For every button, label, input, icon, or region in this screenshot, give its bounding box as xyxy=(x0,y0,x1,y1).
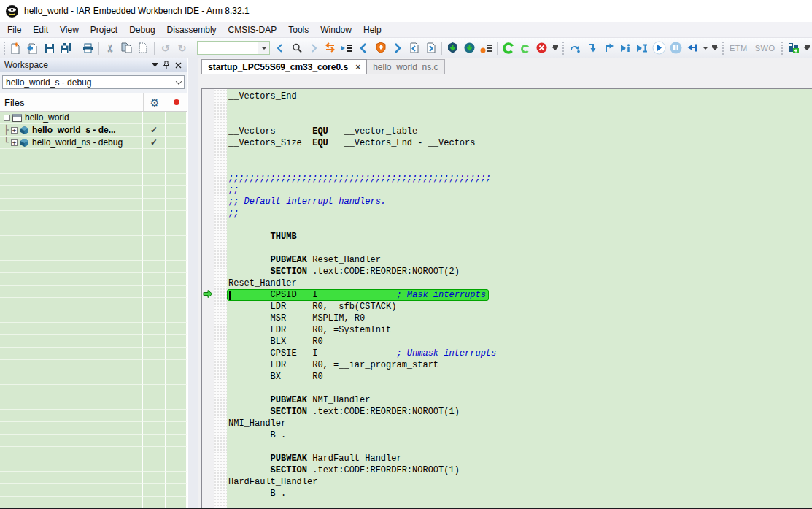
run-to-cursor-button[interactable] xyxy=(634,40,651,56)
step-out-button[interactable] xyxy=(600,40,617,56)
code-editor[interactable]: __Vectors_End__Vectors EQU __vector_tabl… xyxy=(227,89,812,509)
configuration-selector[interactable]: hello_world_s - debug xyxy=(2,75,185,89)
cut-icon: ✂ xyxy=(104,44,116,53)
paste-button[interactable] xyxy=(135,40,152,56)
redo-button[interactable]: ↻ xyxy=(174,40,190,56)
toolbar-grip[interactable] xyxy=(781,42,784,55)
step-over-button[interactable] xyxy=(567,40,584,56)
step-into-button[interactable] xyxy=(584,40,600,56)
toolbar-overflow-button[interactable] xyxy=(550,40,560,56)
panel-splitter[interactable] xyxy=(188,58,198,509)
profiler-button[interactable] xyxy=(785,40,802,56)
menu-bar: FileEditViewProjectDebugDisassemblyCMSIS… xyxy=(0,22,812,38)
previous-document-button[interactable] xyxy=(406,40,422,56)
close-panel-button[interactable] xyxy=(172,60,184,70)
workspace-header[interactable]: Workspace xyxy=(0,58,187,72)
navigate-forward-button[interactable] xyxy=(389,40,406,56)
toolbar-grip[interactable] xyxy=(562,42,565,55)
save-all-icon xyxy=(60,42,72,54)
debug-margin[interactable] xyxy=(202,89,214,509)
find-dropdown-button[interactable] xyxy=(258,42,269,54)
toolbar-overflow-button[interactable] xyxy=(802,40,812,56)
tab-startup-lpc55s69-cm33-core0-s[interactable]: startup_LPC55S69_cm33_core0.s× xyxy=(201,59,367,74)
print-button[interactable] xyxy=(80,40,96,56)
menu-item-edit[interactable]: Edit xyxy=(27,23,54,37)
tree-row-hello-world-ns-debug[interactable]: └+hello_world_ns - debug✓ xyxy=(0,137,187,149)
code-text: NMI_Handler xyxy=(228,418,286,429)
next-document-button[interactable] xyxy=(422,40,439,56)
menu-item-file[interactable]: File xyxy=(1,23,27,37)
menu-item-window[interactable]: Window xyxy=(314,23,357,37)
reset-button[interactable] xyxy=(684,40,701,56)
new-document-button[interactable] xyxy=(7,40,24,56)
collapse-icon[interactable]: − xyxy=(4,115,10,121)
menu-item-view[interactable]: View xyxy=(54,23,85,37)
code-line: LDR R0, =__iar_program_start xyxy=(228,359,812,371)
files-header-row: Files ⚙ xyxy=(0,93,187,112)
empty-grid-row xyxy=(0,310,187,323)
editor-gutter[interactable] xyxy=(214,89,227,509)
toolbar-grip[interactable] xyxy=(3,42,6,55)
find-input[interactable] xyxy=(198,42,258,54)
expand-icon[interactable]: + xyxy=(11,139,18,146)
toggle-bookmark-button[interactable] xyxy=(372,40,389,56)
find-next-button[interactable] xyxy=(305,40,322,56)
options-column-header[interactable]: ⚙ xyxy=(143,93,166,111)
navigate-swap-button[interactable] xyxy=(322,40,339,56)
run-to-cursor-icon xyxy=(636,43,648,53)
break-button[interactable] xyxy=(668,40,684,56)
search-icon xyxy=(291,42,303,54)
menu-item-disassembly[interactable]: Disassembly xyxy=(161,23,223,37)
tree-row-hello-world-s-de-[interactable]: ├+hello_world_s - de...✓ xyxy=(0,124,187,137)
save-button[interactable] xyxy=(41,40,58,56)
compile-button[interactable] xyxy=(517,40,533,56)
menu-item-debug[interactable]: Debug xyxy=(123,23,161,37)
copy-button[interactable] xyxy=(118,40,135,56)
goto-list-button[interactable] xyxy=(339,40,355,56)
code-directive: SECTION xyxy=(271,267,307,277)
empty-grid-row xyxy=(0,161,187,174)
panel-menu-button[interactable] xyxy=(149,60,161,70)
make-button[interactable] xyxy=(500,40,517,56)
breakpoints-button[interactable] xyxy=(478,40,495,56)
menu-item-project[interactable]: Project xyxy=(85,23,123,37)
next-statement-button[interactable] xyxy=(617,40,634,56)
stop-build-button[interactable] xyxy=(533,40,550,56)
menu-item-cmsis-dap[interactable]: CMSIS-DAP xyxy=(223,23,283,37)
menu-item-tools[interactable]: Tools xyxy=(282,23,314,37)
find-button[interactable] xyxy=(288,40,305,56)
download-active-button[interactable] xyxy=(444,40,461,56)
etm-button[interactable]: ETM xyxy=(726,44,751,53)
empty-grid-row xyxy=(0,211,187,223)
pin-button[interactable] xyxy=(161,60,172,70)
empty-grid-row xyxy=(0,422,187,435)
code-line: Reset_Handler xyxy=(228,278,812,289)
cut-button[interactable]: ✂ xyxy=(101,40,118,56)
code-line: __Vectors_End xyxy=(228,91,812,102)
toolbar-overflow-button[interactable] xyxy=(710,40,720,56)
download-all-button[interactable] xyxy=(461,40,478,56)
undo-button[interactable]: ↺ xyxy=(157,40,174,56)
code-directive: PUBWEAK xyxy=(271,453,307,464)
navigate-back-button[interactable] xyxy=(355,40,372,56)
reset-dropdown-button[interactable] xyxy=(701,40,710,56)
code-line xyxy=(228,102,812,114)
code-text: NMI_Handler xyxy=(307,395,370,405)
swap-arrows-icon xyxy=(324,42,336,53)
code-line xyxy=(228,161,812,172)
save-all-button[interactable] xyxy=(58,40,74,56)
code-line xyxy=(228,219,812,231)
swo-button[interactable]: SWO xyxy=(751,44,779,53)
find-previous-button[interactable] xyxy=(271,40,288,56)
close-tab-icon[interactable]: × xyxy=(355,62,360,72)
tab-hello-world-ns-c[interactable]: hello_world_ns.c xyxy=(367,59,444,74)
tree-row-hello-world[interactable]: −hello_world xyxy=(0,112,187,124)
find-combobox[interactable] xyxy=(197,41,270,55)
go-button[interactable] xyxy=(651,40,668,56)
menu-item-help[interactable]: Help xyxy=(357,23,387,37)
expand-icon[interactable]: + xyxy=(11,127,18,134)
code-line xyxy=(228,149,812,161)
toolbar-grip[interactable] xyxy=(722,42,724,55)
open-document-button[interactable] xyxy=(24,40,41,56)
code-line: CPSID I ; Mask interrupts xyxy=(228,289,812,301)
